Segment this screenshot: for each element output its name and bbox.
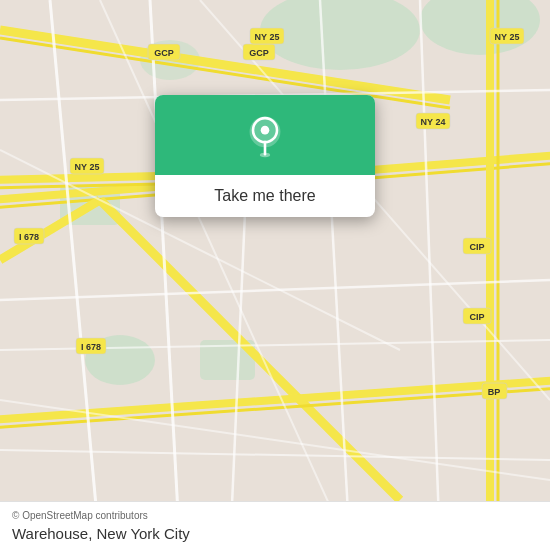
- svg-text:CIP: CIP: [469, 312, 484, 322]
- svg-text:CIP: CIP: [469, 242, 484, 252]
- map-attribution: © OpenStreetMap contributors: [12, 510, 538, 521]
- svg-text:NY 25: NY 25: [495, 32, 520, 42]
- popup-header: [155, 95, 375, 175]
- bottom-bar: © OpenStreetMap contributors Warehouse, …: [0, 501, 550, 550]
- svg-text:NY 25: NY 25: [255, 32, 280, 42]
- svg-point-57: [260, 153, 270, 157]
- svg-text:GCP: GCP: [249, 48, 269, 58]
- map-container: GCP GCP NY 25 NY 25 NY 25 NY 24 I 678 I …: [0, 0, 550, 550]
- svg-point-56: [261, 126, 270, 135]
- location-label: Warehouse, New York City: [12, 525, 538, 542]
- svg-text:I 678: I 678: [81, 342, 101, 352]
- map-svg: GCP GCP NY 25 NY 25 NY 25 NY 24 I 678 I …: [0, 0, 550, 550]
- svg-text:GCP: GCP: [154, 48, 174, 58]
- popup-body: Take me there: [155, 175, 375, 217]
- svg-text:NY 24: NY 24: [421, 117, 446, 127]
- take-me-there-button[interactable]: Take me there: [214, 187, 315, 205]
- svg-text:I 678: I 678: [19, 232, 39, 242]
- popup-card: Take me there: [155, 95, 375, 217]
- location-pin-icon: [241, 113, 289, 161]
- svg-text:NY 25: NY 25: [75, 162, 100, 172]
- location-text: Warehouse, New York City: [12, 525, 190, 542]
- svg-text:BP: BP: [488, 387, 501, 397]
